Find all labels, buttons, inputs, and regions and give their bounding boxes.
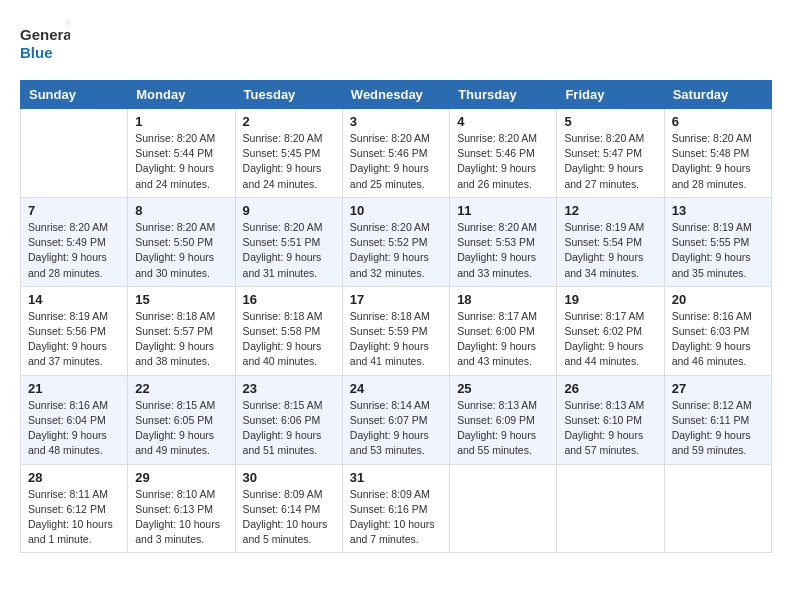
day-number: 28 bbox=[28, 470, 120, 485]
day-info: Sunrise: 8:11 AM Sunset: 6:12 PM Dayligh… bbox=[28, 487, 120, 548]
day-info: Sunrise: 8:17 AM Sunset: 6:00 PM Dayligh… bbox=[457, 309, 549, 370]
day-info: Sunrise: 8:19 AM Sunset: 5:55 PM Dayligh… bbox=[672, 220, 764, 281]
day-number: 31 bbox=[350, 470, 442, 485]
calendar-cell: 24Sunrise: 8:14 AM Sunset: 6:07 PM Dayli… bbox=[342, 375, 449, 464]
day-info: Sunrise: 8:09 AM Sunset: 6:16 PM Dayligh… bbox=[350, 487, 442, 548]
day-info: Sunrise: 8:20 AM Sunset: 5:50 PM Dayligh… bbox=[135, 220, 227, 281]
calendar-cell: 2Sunrise: 8:20 AM Sunset: 5:45 PM Daylig… bbox=[235, 109, 342, 198]
day-info: Sunrise: 8:19 AM Sunset: 5:56 PM Dayligh… bbox=[28, 309, 120, 370]
calendar-cell: 5Sunrise: 8:20 AM Sunset: 5:47 PM Daylig… bbox=[557, 109, 664, 198]
calendar-cell: 7Sunrise: 8:20 AM Sunset: 5:49 PM Daylig… bbox=[21, 197, 128, 286]
calendar-cell: 26Sunrise: 8:13 AM Sunset: 6:10 PM Dayli… bbox=[557, 375, 664, 464]
calendar-cell: 12Sunrise: 8:19 AM Sunset: 5:54 PM Dayli… bbox=[557, 197, 664, 286]
day-number: 11 bbox=[457, 203, 549, 218]
day-number: 2 bbox=[243, 114, 335, 129]
calendar-cell: 19Sunrise: 8:17 AM Sunset: 6:02 PM Dayli… bbox=[557, 286, 664, 375]
day-info: Sunrise: 8:20 AM Sunset: 5:53 PM Dayligh… bbox=[457, 220, 549, 281]
calendar-cell: 6Sunrise: 8:20 AM Sunset: 5:48 PM Daylig… bbox=[664, 109, 771, 198]
day-number: 26 bbox=[564, 381, 656, 396]
calendar-cell: 23Sunrise: 8:15 AM Sunset: 6:06 PM Dayli… bbox=[235, 375, 342, 464]
day-info: Sunrise: 8:20 AM Sunset: 5:49 PM Dayligh… bbox=[28, 220, 120, 281]
day-info: Sunrise: 8:13 AM Sunset: 6:10 PM Dayligh… bbox=[564, 398, 656, 459]
calendar-cell: 30Sunrise: 8:09 AM Sunset: 6:14 PM Dayli… bbox=[235, 464, 342, 553]
calendar-cell: 20Sunrise: 8:16 AM Sunset: 6:03 PM Dayli… bbox=[664, 286, 771, 375]
day-info: Sunrise: 8:16 AM Sunset: 6:04 PM Dayligh… bbox=[28, 398, 120, 459]
day-number: 21 bbox=[28, 381, 120, 396]
day-info: Sunrise: 8:13 AM Sunset: 6:09 PM Dayligh… bbox=[457, 398, 549, 459]
day-info: Sunrise: 8:09 AM Sunset: 6:14 PM Dayligh… bbox=[243, 487, 335, 548]
week-row-3: 14Sunrise: 8:19 AM Sunset: 5:56 PM Dayli… bbox=[21, 286, 772, 375]
calendar-body: 1Sunrise: 8:20 AM Sunset: 5:44 PM Daylig… bbox=[21, 109, 772, 553]
calendar-table: Sunday Monday Tuesday Wednesday Thursday… bbox=[20, 80, 772, 553]
calendar-cell: 28Sunrise: 8:11 AM Sunset: 6:12 PM Dayli… bbox=[21, 464, 128, 553]
day-number: 5 bbox=[564, 114, 656, 129]
day-number: 27 bbox=[672, 381, 764, 396]
calendar-cell bbox=[21, 109, 128, 198]
calendar-cell bbox=[557, 464, 664, 553]
day-number: 29 bbox=[135, 470, 227, 485]
day-number: 4 bbox=[457, 114, 549, 129]
calendar-cell: 31Sunrise: 8:09 AM Sunset: 6:16 PM Dayli… bbox=[342, 464, 449, 553]
logo: General Blue bbox=[20, 20, 70, 64]
day-number: 18 bbox=[457, 292, 549, 307]
col-monday: Monday bbox=[128, 81, 235, 109]
col-tuesday: Tuesday bbox=[235, 81, 342, 109]
calendar-cell: 21Sunrise: 8:16 AM Sunset: 6:04 PM Dayli… bbox=[21, 375, 128, 464]
week-row-1: 1Sunrise: 8:20 AM Sunset: 5:44 PM Daylig… bbox=[21, 109, 772, 198]
day-number: 12 bbox=[564, 203, 656, 218]
day-info: Sunrise: 8:18 AM Sunset: 5:58 PM Dayligh… bbox=[243, 309, 335, 370]
calendar-cell: 15Sunrise: 8:18 AM Sunset: 5:57 PM Dayli… bbox=[128, 286, 235, 375]
day-info: Sunrise: 8:17 AM Sunset: 6:02 PM Dayligh… bbox=[564, 309, 656, 370]
col-sunday: Sunday bbox=[21, 81, 128, 109]
week-row-4: 21Sunrise: 8:16 AM Sunset: 6:04 PM Dayli… bbox=[21, 375, 772, 464]
day-number: 7 bbox=[28, 203, 120, 218]
day-info: Sunrise: 8:14 AM Sunset: 6:07 PM Dayligh… bbox=[350, 398, 442, 459]
day-info: Sunrise: 8:16 AM Sunset: 6:03 PM Dayligh… bbox=[672, 309, 764, 370]
calendar-cell: 14Sunrise: 8:19 AM Sunset: 5:56 PM Dayli… bbox=[21, 286, 128, 375]
calendar-cell: 3Sunrise: 8:20 AM Sunset: 5:46 PM Daylig… bbox=[342, 109, 449, 198]
calendar-header: Sunday Monday Tuesday Wednesday Thursday… bbox=[21, 81, 772, 109]
day-number: 8 bbox=[135, 203, 227, 218]
day-info: Sunrise: 8:19 AM Sunset: 5:54 PM Dayligh… bbox=[564, 220, 656, 281]
day-number: 9 bbox=[243, 203, 335, 218]
day-number: 24 bbox=[350, 381, 442, 396]
day-info: Sunrise: 8:20 AM Sunset: 5:44 PM Dayligh… bbox=[135, 131, 227, 192]
calendar-cell: 13Sunrise: 8:19 AM Sunset: 5:55 PM Dayli… bbox=[664, 197, 771, 286]
calendar-cell: 17Sunrise: 8:18 AM Sunset: 5:59 PM Dayli… bbox=[342, 286, 449, 375]
svg-text:General: General bbox=[20, 26, 70, 43]
col-saturday: Saturday bbox=[664, 81, 771, 109]
day-info: Sunrise: 8:12 AM Sunset: 6:11 PM Dayligh… bbox=[672, 398, 764, 459]
day-number: 17 bbox=[350, 292, 442, 307]
day-number: 3 bbox=[350, 114, 442, 129]
day-number: 1 bbox=[135, 114, 227, 129]
calendar-cell: 27Sunrise: 8:12 AM Sunset: 6:11 PM Dayli… bbox=[664, 375, 771, 464]
day-info: Sunrise: 8:20 AM Sunset: 5:52 PM Dayligh… bbox=[350, 220, 442, 281]
header-row: Sunday Monday Tuesday Wednesday Thursday… bbox=[21, 81, 772, 109]
day-info: Sunrise: 8:15 AM Sunset: 6:05 PM Dayligh… bbox=[135, 398, 227, 459]
calendar-cell: 16Sunrise: 8:18 AM Sunset: 5:58 PM Dayli… bbox=[235, 286, 342, 375]
calendar-cell: 11Sunrise: 8:20 AM Sunset: 5:53 PM Dayli… bbox=[450, 197, 557, 286]
day-info: Sunrise: 8:20 AM Sunset: 5:47 PM Dayligh… bbox=[564, 131, 656, 192]
logo-svg: General Blue bbox=[20, 20, 70, 64]
col-friday: Friday bbox=[557, 81, 664, 109]
day-number: 19 bbox=[564, 292, 656, 307]
week-row-5: 28Sunrise: 8:11 AM Sunset: 6:12 PM Dayli… bbox=[21, 464, 772, 553]
calendar-cell bbox=[450, 464, 557, 553]
day-number: 20 bbox=[672, 292, 764, 307]
col-thursday: Thursday bbox=[450, 81, 557, 109]
day-number: 10 bbox=[350, 203, 442, 218]
day-number: 13 bbox=[672, 203, 764, 218]
calendar-cell bbox=[664, 464, 771, 553]
calendar-cell: 8Sunrise: 8:20 AM Sunset: 5:50 PM Daylig… bbox=[128, 197, 235, 286]
calendar-cell: 29Sunrise: 8:10 AM Sunset: 6:13 PM Dayli… bbox=[128, 464, 235, 553]
day-info: Sunrise: 8:20 AM Sunset: 5:46 PM Dayligh… bbox=[457, 131, 549, 192]
svg-text:Blue: Blue bbox=[20, 44, 53, 61]
page-header: General Blue bbox=[20, 20, 772, 64]
calendar-cell: 4Sunrise: 8:20 AM Sunset: 5:46 PM Daylig… bbox=[450, 109, 557, 198]
day-info: Sunrise: 8:20 AM Sunset: 5:46 PM Dayligh… bbox=[350, 131, 442, 192]
day-info: Sunrise: 8:20 AM Sunset: 5:48 PM Dayligh… bbox=[672, 131, 764, 192]
calendar-cell: 1Sunrise: 8:20 AM Sunset: 5:44 PM Daylig… bbox=[128, 109, 235, 198]
calendar-cell: 9Sunrise: 8:20 AM Sunset: 5:51 PM Daylig… bbox=[235, 197, 342, 286]
day-info: Sunrise: 8:20 AM Sunset: 5:45 PM Dayligh… bbox=[243, 131, 335, 192]
day-number: 23 bbox=[243, 381, 335, 396]
